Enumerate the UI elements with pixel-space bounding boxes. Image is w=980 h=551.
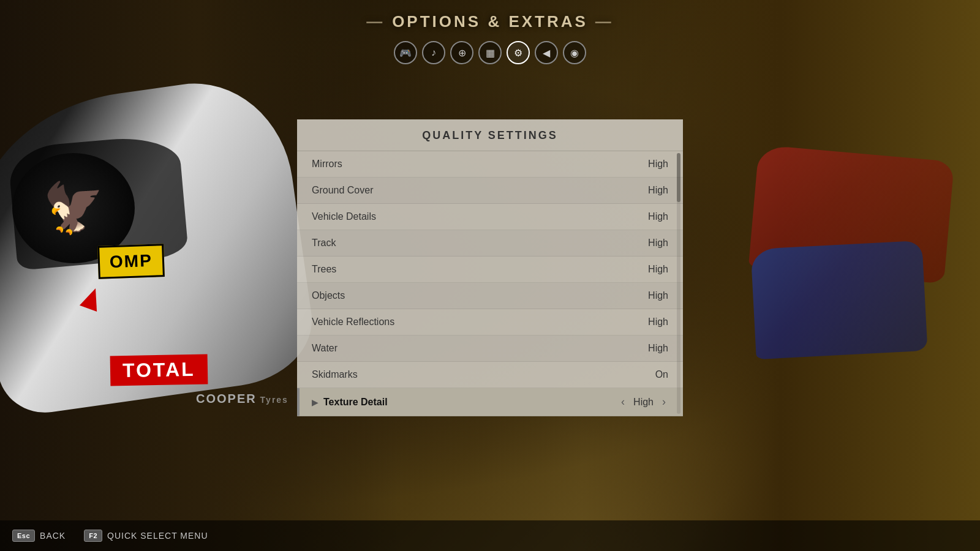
setting-skidmarks-label: Skidmarks	[312, 369, 358, 380]
setting-track-value: High	[648, 238, 668, 249]
omp-badge: OMP	[97, 244, 165, 279]
scrollbar-thumb[interactable]	[677, 153, 680, 202]
quality-settings-panel: QUALITY SETTINGS Mirrors High Ground Cov…	[297, 119, 683, 416]
panel-title: QUALITY SETTINGS	[297, 119, 683, 151]
setting-trees-value: High	[648, 264, 668, 275]
setting-mirrors-value: High	[648, 159, 668, 170]
quick-select-action[interactable]: F2 QUICK SELECT MENU	[84, 530, 208, 542]
setting-vehicle-details[interactable]: Vehicle Details High	[297, 204, 683, 230]
header: OPTIONS & EXTRAS 🎮 ♪ ⊕ ▦ ⚙ ◀ ◉	[0, 12, 980, 64]
esc-key-badge: Esc	[12, 530, 35, 542]
setting-ground-cover[interactable]: Ground Cover High	[297, 178, 683, 204]
nav-icons-container: 🎮 ♪ ⊕ ▦ ⚙ ◀ ◉	[394, 41, 586, 64]
setting-mirrors-label: Mirrors	[312, 159, 342, 170]
setting-vehicle-details-label: Vehicle Details	[312, 211, 376, 222]
setting-objects-label: Objects	[312, 290, 345, 301]
nav-icon-display[interactable]: ▦	[478, 41, 502, 64]
setting-trees[interactable]: Trees High	[297, 257, 683, 283]
setting-texture-detail[interactable]: ▶ Texture Detail ‹ High ›	[297, 388, 683, 416]
scrollbar-track[interactable]	[677, 153, 680, 414]
settings-list: Mirrors High Ground Cover High Vehicle D…	[297, 151, 683, 416]
setting-texture-detail-value: High	[633, 397, 654, 408]
setting-ground-cover-value: High	[648, 185, 668, 196]
bottom-bar: Esc BACK F2 QUICK SELECT MENU	[0, 520, 980, 551]
right-cars	[704, 153, 949, 398]
setting-objects-value: High	[648, 290, 668, 301]
setting-vehicle-reflections-value: High	[648, 317, 668, 328]
setting-ground-cover-label: Ground Cover	[312, 185, 374, 196]
setting-track[interactable]: Track High	[297, 230, 683, 257]
nav-icon-audio[interactable]: ♪	[422, 41, 445, 64]
setting-water-label: Water	[312, 343, 337, 354]
setting-skidmarks-value: On	[655, 369, 668, 380]
setting-vehicle-details-value: High	[648, 211, 668, 222]
page-title: OPTIONS & EXTRAS	[359, 12, 621, 31]
setting-mirrors[interactable]: Mirrors High	[297, 151, 683, 178]
texture-detail-right-arrow[interactable]: ›	[660, 395, 668, 408]
setting-skidmarks[interactable]: Skidmarks On	[297, 362, 683, 388]
setting-trees-label: Trees	[312, 264, 336, 275]
setting-track-label: Track	[312, 238, 336, 249]
expand-arrow-icon: ▶	[312, 397, 318, 407]
setting-vehicle-reflections-label: Vehicle Reflections	[312, 317, 394, 328]
setting-objects[interactable]: Objects High	[297, 283, 683, 309]
f2-key-badge: F2	[84, 530, 102, 542]
total-badge: TOTAL	[110, 354, 208, 386]
back-label: BACK	[40, 531, 66, 541]
texture-detail-value-container: ‹ High ›	[619, 395, 668, 408]
nav-icon-gamepad[interactable]: 🎮	[394, 41, 417, 64]
quick-select-label: QUICK SELECT MENU	[107, 531, 208, 541]
setting-vehicle-reflections[interactable]: Vehicle Reflections High	[297, 309, 683, 335]
nav-icon-replay[interactable]: ◀	[535, 41, 558, 64]
texture-detail-left-arrow[interactable]: ‹	[619, 395, 627, 408]
back-action[interactable]: Esc BACK	[12, 530, 66, 542]
setting-water-value: High	[648, 343, 668, 354]
setting-water[interactable]: Water High	[297, 335, 683, 362]
nav-icon-controls[interactable]: ⊕	[450, 41, 473, 64]
setting-texture-detail-label: Texture Detail	[323, 397, 388, 408]
cooper-badge: COOPER Tyres	[196, 392, 288, 406]
nav-icon-quality[interactable]: ⚙	[507, 41, 530, 64]
nav-icon-extras[interactable]: ◉	[563, 41, 586, 64]
